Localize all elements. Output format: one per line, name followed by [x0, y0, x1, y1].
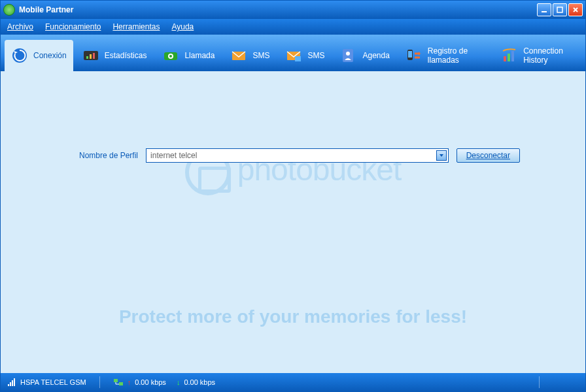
- tab-label: Agenda: [362, 51, 389, 60]
- history-chart-icon: [501, 47, 518, 64]
- tab-llamada[interactable]: Llamada: [156, 40, 221, 71]
- tab-estadisticas[interactable]: Estadísticas: [76, 40, 154, 71]
- svg-point-9: [169, 55, 172, 57]
- minimize-button[interactable]: [537, 3, 551, 16]
- svg-rect-5: [90, 54, 92, 59]
- chevron-down-icon[interactable]: [436, 150, 447, 161]
- network-icon: [113, 378, 124, 387]
- window-title: Mobile Partner: [19, 5, 537, 14]
- content-area: photobucket Protect more of your memorie…: [1, 71, 585, 373]
- profile-row: Nombre de Perfil internet telcel Descone…: [79, 148, 520, 163]
- separator: [99, 376, 100, 388]
- app-icon: [3, 4, 15, 16]
- statusbar: HSPA TELCEL GSM ↑ 0.00 kbps ↓ 0.00 kbps: [1, 373, 585, 391]
- tab-history[interactable]: Connection History: [494, 40, 581, 71]
- menubar: Archivo Funcionamiento Herramientas Ayud…: [1, 19, 585, 35]
- tab-sms-2[interactable]: SMS: [279, 40, 331, 71]
- svg-rect-20: [8, 384, 9, 386]
- svg-rect-4: [86, 56, 88, 59]
- watermark-tagline: Protect more of your memories for less!: [1, 306, 585, 327]
- profile-select[interactable]: internet telcel: [146, 148, 449, 163]
- tab-agenda[interactable]: Agenda: [334, 40, 396, 71]
- tab-sms-1[interactable]: SMS: [224, 40, 276, 71]
- status-network: HSPA TELCEL GSM: [20, 378, 86, 386]
- tab-label: SMS: [252, 51, 269, 60]
- svg-rect-22: [12, 380, 13, 386]
- refresh-icon: [11, 47, 28, 64]
- envelope-pic-icon: [285, 47, 302, 64]
- menu-funcionamiento[interactable]: Funcionamiento: [45, 22, 101, 31]
- menu-archivo[interactable]: Archivo: [7, 22, 33, 31]
- tab-label: Llamada: [184, 51, 215, 60]
- profile-label: Nombre de Perfil: [79, 151, 138, 160]
- menu-herramientas[interactable]: Herramientas: [112, 22, 160, 31]
- svg-rect-23: [14, 378, 15, 386]
- titlebar: Mobile Partner: [1, 1, 585, 19]
- status-download: 0.00 kbps: [184, 378, 215, 386]
- svg-rect-25: [119, 382, 123, 385]
- svg-rect-1: [557, 7, 562, 12]
- svg-point-14: [346, 52, 350, 56]
- menu-ayuda[interactable]: Ayuda: [171, 22, 194, 31]
- svg-rect-6: [93, 53, 95, 59]
- tab-label: Estadísticas: [105, 51, 147, 60]
- phone-log-icon: [405, 47, 422, 64]
- toolbar: Conexión Estadísticas Llamada SMS SMS Ag…: [1, 35, 585, 71]
- close-button[interactable]: [568, 3, 583, 16]
- svg-rect-17: [504, 56, 506, 61]
- profile-value: internet telcel: [150, 151, 197, 160]
- separator: [539, 376, 540, 388]
- tab-label: Connection History: [523, 46, 575, 65]
- svg-rect-16: [408, 51, 412, 57]
- camera-icon: [162, 47, 179, 64]
- tab-registro[interactable]: Registro de llamadas: [399, 40, 492, 71]
- maximize-button[interactable]: [553, 3, 567, 16]
- svg-rect-24: [114, 379, 118, 382]
- upload-arrow-icon: ↑: [128, 378, 131, 386]
- envelope-icon: [230, 47, 247, 64]
- svg-rect-12: [295, 56, 301, 61]
- signal-icon: [7, 378, 16, 387]
- chart-icon: [82, 47, 99, 64]
- tab-conexion[interactable]: Conexión: [5, 40, 73, 71]
- tab-label: SMS: [307, 51, 324, 60]
- download-arrow-icon: ↓: [177, 378, 181, 386]
- svg-rect-0: [542, 11, 547, 12]
- svg-rect-21: [10, 382, 11, 386]
- status-upload: 0.00 kbps: [135, 378, 166, 386]
- tab-label: Conexión: [33, 51, 67, 60]
- svg-rect-18: [508, 54, 510, 61]
- svg-rect-19: [511, 51, 514, 61]
- tab-label: Registro de llamadas: [428, 46, 485, 65]
- disconnect-button[interactable]: Desconectar: [457, 148, 520, 163]
- contacts-icon: [340, 47, 357, 64]
